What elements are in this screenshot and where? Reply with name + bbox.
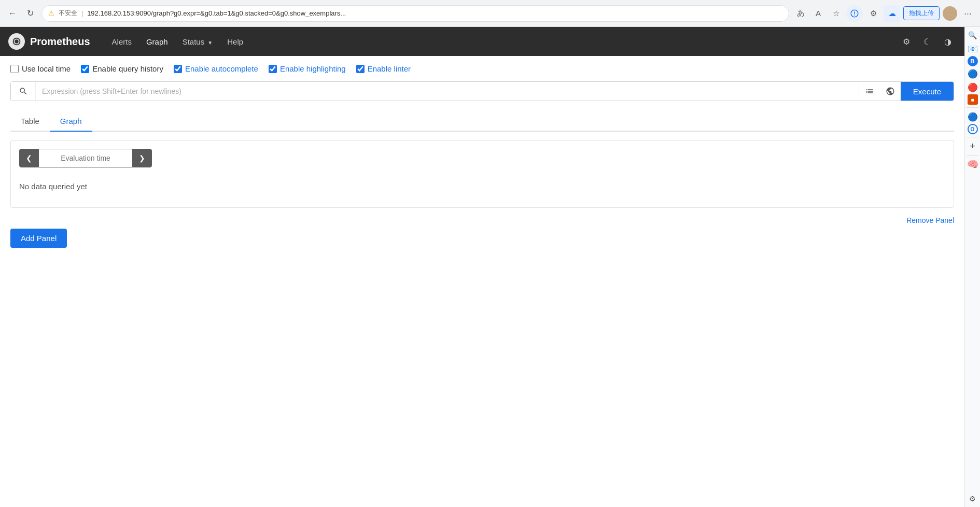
- brand[interactable]: Prometheus: [8, 33, 90, 50]
- navbar-contrast-button[interactable]: ◑: [940, 33, 956, 50]
- bookmark-button[interactable]: ☆: [829, 6, 843, 21]
- refresh-button[interactable]: ↻: [23, 6, 37, 21]
- enable-autocomplete-checkbox[interactable]: [174, 65, 182, 73]
- security-warning-icon: ⚠: [48, 9, 54, 17]
- enable-query-history-option[interactable]: Enable query history: [81, 64, 163, 73]
- profile-button[interactable]: [943, 6, 957, 21]
- expression-search-icon: [11, 82, 36, 101]
- tab-table[interactable]: Table: [10, 111, 50, 132]
- tabs: Table Graph: [10, 111, 954, 132]
- eval-time-bar: ❮ ❯: [19, 149, 152, 167]
- sidebar-mail-icon[interactable]: 📧: [967, 43, 979, 55]
- extension-button[interactable]: [846, 5, 863, 22]
- eval-prev-button[interactable]: ❮: [19, 149, 39, 167]
- navbar-right: ⚙ ☾ ◑: [898, 33, 956, 50]
- remove-panel-button[interactable]: Remove Panel: [906, 216, 954, 224]
- sidebar-brain-icon[interactable]: 🧠: [967, 158, 979, 171]
- panel-content: ❮ ❯ No data queried yet: [10, 140, 954, 208]
- app-container: Prometheus Alerts Graph Status ▼ Help ⚙ …: [0, 27, 964, 507]
- navbar: Prometheus Alerts Graph Status ▼ Help ⚙ …: [0, 27, 964, 56]
- enable-autocomplete-label: Enable autocomplete: [185, 64, 258, 73]
- settings-button[interactable]: ⚙: [866, 6, 880, 21]
- sidebar-plus-icon[interactable]: +: [967, 140, 979, 152]
- enable-highlighting-label: Enable highlighting: [280, 64, 346, 73]
- use-local-time-label: Use local time: [22, 64, 71, 73]
- navbar-links: Alerts Graph Status ▼ Help: [106, 33, 250, 50]
- brand-logo: [8, 33, 25, 50]
- use-local-time-checkbox[interactable]: [10, 65, 19, 73]
- url-text: 192.168.20.153:9090/graph?g0.expr=&g0.ta…: [87, 9, 346, 17]
- translate-button[interactable]: あ: [793, 6, 808, 21]
- enable-linter-option[interactable]: Enable linter: [356, 64, 411, 73]
- remove-panel-container: Remove Panel: [10, 216, 954, 224]
- enable-query-history-checkbox[interactable]: [81, 65, 89, 73]
- upload-button[interactable]: 拖拽上传: [903, 6, 940, 20]
- enable-highlighting-checkbox[interactable]: [269, 65, 277, 73]
- sidebar-search-icon[interactable]: 🔍: [967, 29, 979, 41]
- nav-status[interactable]: Status ▼: [176, 33, 219, 50]
- options-bar: Use local time Enable query history Enab…: [10, 64, 954, 73]
- enable-autocomplete-option[interactable]: Enable autocomplete: [174, 64, 258, 73]
- sidebar-icon-3[interactable]: 🔵: [967, 67, 979, 80]
- brand-name: Prometheus: [30, 36, 90, 48]
- sidebar-orange-icon[interactable]: ■: [968, 94, 978, 105]
- sidebar-gear-icon[interactable]: ⚙: [967, 492, 979, 505]
- main-content: Use local time Enable query history Enab…: [0, 56, 964, 507]
- enable-linter-checkbox[interactable]: [356, 65, 365, 73]
- right-panel-divider: [967, 107, 978, 108]
- add-panel-button[interactable]: Add Panel: [10, 229, 67, 248]
- nav-graph[interactable]: Graph: [140, 33, 174, 50]
- browser-actions: あ A ☆ ⚙ ☁ 拖拽上传 ⋯: [793, 5, 975, 22]
- browser-nav-buttons: ← ↻: [5, 6, 37, 21]
- separator: |: [81, 10, 83, 17]
- nav-help[interactable]: Help: [221, 33, 249, 50]
- back-button[interactable]: ←: [5, 6, 20, 21]
- nav-alerts[interactable]: Alerts: [106, 33, 138, 50]
- no-data-text: No data queried yet: [19, 178, 945, 199]
- cloud-button[interactable]: ☁: [884, 5, 900, 22]
- globe-button[interactable]: [880, 82, 901, 101]
- enable-linter-label: Enable linter: [368, 64, 411, 73]
- navbar-moon-button[interactable]: ☾: [919, 33, 935, 50]
- more-button[interactable]: ⋯: [960, 6, 975, 21]
- expression-actions: Execute: [859, 82, 954, 101]
- sidebar-icon-4[interactable]: 🔴: [967, 81, 979, 93]
- expression-bar: Execute: [10, 81, 954, 101]
- right-panel-divider-2: [967, 137, 978, 137]
- eval-next-button[interactable]: ❯: [132, 149, 152, 167]
- right-panel-divider-3: [967, 155, 978, 156]
- sidebar-blue-circle-2[interactable]: 🔵: [967, 110, 979, 123]
- font-button[interactable]: A: [811, 6, 825, 21]
- execute-button[interactable]: Execute: [901, 82, 954, 101]
- browser-chrome: ← ↻ ⚠ 不安全 | 192.168.20.153:9090/graph?g0…: [0, 0, 980, 27]
- sidebar-blue-o[interactable]: O: [968, 124, 978, 134]
- tab-graph[interactable]: Graph: [50, 111, 92, 132]
- avatar: [943, 6, 957, 21]
- enable-query-history-label: Enable query history: [92, 64, 163, 73]
- enable-highlighting-option[interactable]: Enable highlighting: [269, 64, 346, 73]
- eval-time-input[interactable]: [39, 149, 132, 167]
- expression-input[interactable]: [36, 82, 859, 101]
- use-local-time-option[interactable]: Use local time: [10, 64, 71, 73]
- navbar-gear-button[interactable]: ⚙: [898, 33, 915, 50]
- insecure-label: 不安全: [59, 9, 77, 18]
- sidebar-circle-blue-1[interactable]: B: [968, 56, 978, 66]
- format-button[interactable]: [859, 82, 880, 101]
- address-bar[interactable]: ⚠ 不安全 | 192.168.20.153:9090/graph?g0.exp…: [41, 5, 789, 22]
- right-panel: 🔍 📧 B 🔵 🔴 ■ 🔵 O + 🧠 ⚙: [964, 27, 980, 507]
